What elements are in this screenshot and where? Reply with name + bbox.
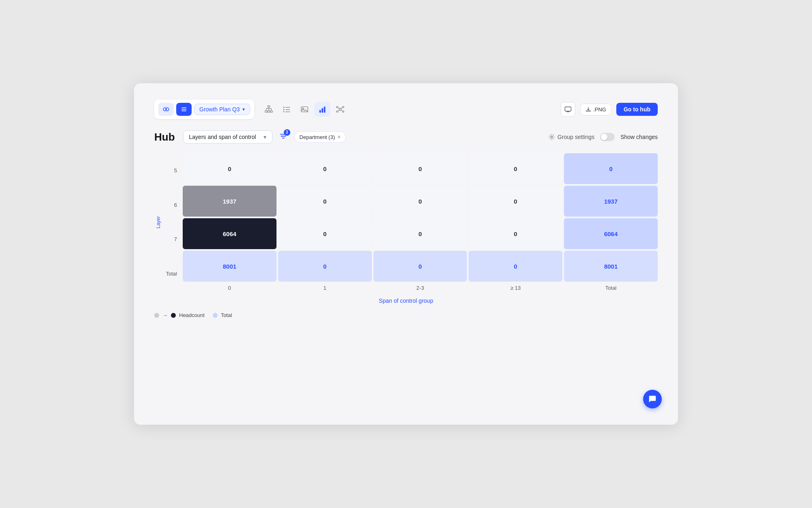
bar-chart-btn[interactable]	[314, 102, 330, 117]
show-changes-toggle[interactable]	[600, 133, 615, 141]
list-btn[interactable]	[279, 102, 295, 117]
x-label-total: Total	[564, 285, 658, 291]
toolbar: Growth Plan Q3 ▾	[154, 100, 658, 119]
legend-total-dot	[213, 313, 218, 318]
cell-5-1: 0	[278, 153, 372, 184]
legend-headcount-label: Headcount	[179, 312, 205, 318]
list-view-btn[interactable]	[176, 103, 192, 116]
cell-5-total: 0	[564, 153, 658, 184]
png-export-btn[interactable]: .PNG	[580, 104, 611, 115]
legend-headcount-dark-dot	[171, 313, 176, 318]
remove-filter-icon[interactable]: ×	[337, 134, 341, 140]
cell-6-2-3: 0	[374, 186, 467, 217]
svg-rect-4	[181, 111, 186, 111]
legend-arrow-icon: →	[162, 312, 168, 318]
cell-total-2-3: 0	[374, 251, 467, 282]
network-btn[interactable]	[332, 102, 348, 117]
x-label-1: 1	[278, 285, 372, 291]
x-label-0: 0	[183, 285, 276, 291]
cell-5-2-3: 0	[374, 153, 467, 184]
toolbar-right: .PNG Go to hub	[561, 102, 658, 117]
y-axis-title: Layer	[154, 153, 162, 291]
cell-6-1: 0	[278, 186, 372, 217]
cell-7-2-3: 0	[374, 218, 467, 249]
cell-total-0: 8001	[183, 251, 276, 282]
cell-5-13: 0	[469, 153, 562, 184]
filter-count-badge: 3	[284, 129, 290, 136]
cell-7-0: 6064	[183, 218, 276, 249]
cell-6-0: 1937	[183, 186, 276, 217]
svg-point-25	[339, 108, 341, 111]
y-label-7: 7	[164, 223, 180, 256]
group-settings-btn[interactable]: Group settings	[549, 134, 594, 140]
svg-rect-37	[586, 111, 591, 111]
toolbar-icons	[261, 102, 348, 117]
legend-total-label: Total	[221, 312, 232, 318]
plan-dropdown[interactable]: Growth Plan Q3 ▾	[194, 104, 250, 115]
cell-7-13: 0	[469, 218, 562, 249]
svg-point-29	[342, 111, 344, 113]
svg-rect-16	[283, 109, 284, 110]
grid-body: 0 0 0 0 0 1937 0 0 0 1937 6064 0 0 0 606…	[183, 153, 658, 291]
svg-line-30	[338, 107, 339, 109]
span-label: Span of control group	[154, 297, 658, 304]
svg-point-41	[551, 136, 553, 138]
svg-rect-7	[268, 111, 270, 113]
cell-7-1: 0	[278, 218, 372, 249]
svg-rect-5	[268, 106, 270, 107]
image-btn[interactable]	[296, 102, 313, 117]
cell-total-13: 0	[469, 251, 562, 282]
view-dropdown[interactable]: Layers and span of control ▾	[183, 130, 272, 143]
filter-badge-btn[interactable]: 3	[279, 132, 288, 143]
toggle-view-btn[interactable]	[158, 103, 174, 116]
svg-rect-6	[265, 111, 267, 113]
chevron-down-icon: ▾	[263, 134, 266, 140]
chevron-down-icon: ▾	[242, 106, 245, 112]
grid-rows: 0 0 0 0 0 1937 0 0 0 1937 6064 0 0 0 606…	[183, 153, 658, 282]
svg-rect-34	[565, 107, 571, 111]
org-chart-btn[interactable]	[261, 102, 277, 117]
svg-rect-2	[181, 108, 186, 109]
svg-rect-23	[322, 108, 323, 113]
y-label-total: Total	[164, 258, 180, 290]
cell-5-0: 0	[183, 153, 276, 184]
y-label-5: 5	[164, 154, 180, 187]
svg-point-26	[336, 106, 338, 108]
go-to-hub-button[interactable]: Go to hub	[616, 103, 658, 116]
legend: → Headcount Total	[154, 312, 658, 318]
svg-rect-17	[285, 109, 290, 110]
plan-label: Growth Plan Q3	[199, 106, 240, 113]
y-axis: Layer 5 6 7 Total	[154, 153, 183, 291]
svg-line-31	[341, 107, 342, 109]
page-title: Hub	[154, 131, 175, 143]
cell-6-13: 0	[469, 186, 562, 217]
cell-total-total: 8001	[564, 251, 658, 282]
y-label-6: 6	[164, 189, 180, 221]
svg-rect-3	[181, 109, 186, 110]
grid-container: Layer 5 6 7 Total 0 0 0 0 0 1937 0 0	[154, 153, 658, 291]
svg-rect-22	[319, 110, 321, 113]
svg-line-32	[338, 110, 339, 111]
x-label-2-3: 2-3	[374, 285, 467, 291]
svg-rect-14	[283, 107, 284, 108]
svg-point-28	[336, 111, 338, 113]
svg-rect-24	[324, 107, 325, 113]
svg-point-27	[342, 106, 344, 108]
y-axis-nums: 5 6 7 Total	[164, 153, 180, 291]
dept-filter-tag[interactable]: Department (3) ×	[294, 131, 346, 143]
app-window: Growth Plan Q3 ▾	[134, 83, 678, 425]
svg-rect-15	[285, 107, 290, 108]
svg-rect-8	[270, 111, 272, 113]
show-changes-label: Show changes	[620, 134, 658, 140]
monitor-icon-btn[interactable]	[561, 102, 575, 117]
svg-rect-19	[285, 112, 290, 112]
png-label: .PNG	[593, 106, 606, 113]
cell-total-1: 0	[278, 251, 372, 282]
svg-rect-18	[283, 111, 284, 113]
legend-headcount-gray-dot	[154, 313, 159, 318]
cell-7-total: 6064	[564, 218, 658, 249]
group-settings-label: Group settings	[557, 134, 594, 140]
chat-fab-btn[interactable]	[643, 390, 662, 408]
x-label-13: ≥ 13	[469, 285, 562, 291]
header-row: Hub Layers and span of control ▾ 3 Depar…	[154, 130, 658, 143]
